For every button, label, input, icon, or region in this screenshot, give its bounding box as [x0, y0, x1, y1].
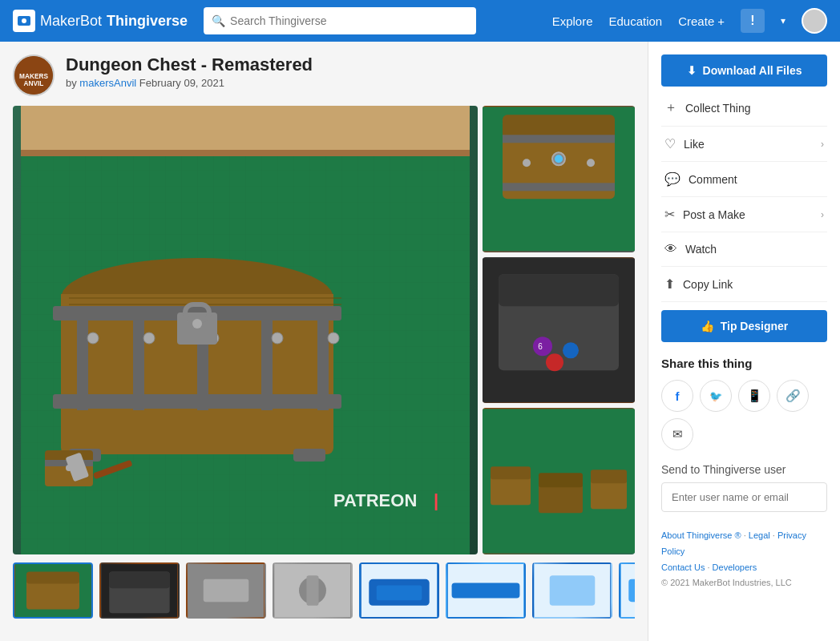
collect-thing-action[interactable]: ＋ Collect Thing: [661, 90, 827, 127]
svg-rect-67: [109, 571, 169, 588]
watch-action[interactable]: 👁 Watch: [661, 232, 827, 267]
svg-rect-64: [26, 571, 79, 583]
send-input[interactable]: [661, 482, 827, 512]
avatar[interactable]: [802, 8, 827, 34]
like-arrow-icon: ›: [821, 139, 824, 150]
svg-point-46: [587, 159, 595, 167]
notification-button[interactable]: !: [741, 9, 765, 33]
email-icon: ✉: [672, 427, 683, 441]
post-make-arrow-icon: ›: [821, 209, 824, 220]
comment-action[interactable]: 💬 Comment: [661, 162, 827, 197]
logo: MakerBot Thingiverse: [13, 10, 188, 32]
create-label: Create: [678, 14, 714, 28]
tip-icon: 👍: [701, 320, 714, 333]
svg-rect-8: [21, 150, 470, 156]
bottom-thumb-2[interactable]: [99, 562, 180, 619]
svg-point-28: [192, 319, 202, 329]
svg-text:PATREON: PATREON: [333, 490, 417, 510]
svg-point-22: [143, 333, 155, 344]
svg-rect-42: [503, 135, 615, 143]
main-layout: MAKERS ANVIL Dungeon Chest - Remastered …: [0, 42, 840, 641]
svg-rect-81: [628, 579, 635, 602]
svg-point-45: [523, 159, 531, 167]
author-link[interactable]: makersAnvil: [79, 77, 136, 89]
svg-rect-16: [77, 306, 88, 410]
thumb-1[interactable]: [483, 106, 635, 252]
watch-label: Watch: [685, 243, 717, 256]
bottom-thumb-6[interactable]: [446, 562, 526, 619]
left-content: MAKERS ANVIL Dungeon Chest - Remastered …: [0, 42, 648, 641]
makerbot-logo-icon: [13, 10, 35, 32]
dropdown-arrow-icon[interactable]: ▾: [781, 15, 785, 26]
header: MakerBot Thingiverse 🔍 Explore Education…: [0, 0, 840, 42]
email-share-button[interactable]: ✉: [661, 418, 693, 450]
twitter-share-button[interactable]: 🐦: [700, 380, 732, 412]
copy-link-action[interactable]: ⬆ Copy Link: [661, 267, 827, 302]
sidebar: ⬇ Download All Files ＋ Collect Thing ♡ L…: [648, 42, 840, 641]
svg-point-51: [533, 337, 552, 356]
heart-icon: ♡: [664, 136, 676, 151]
copyright: © 2021 MakerBot Industries, LLC: [661, 575, 827, 591]
svg-rect-72: [306, 575, 318, 606]
svg-rect-75: [377, 585, 422, 600]
share-section: Share this thing f 🐦 📱 🔗 ✉: [661, 357, 827, 450]
svg-rect-43: [503, 183, 615, 191]
like-action[interactable]: ♡ Like ›: [661, 127, 827, 162]
title-section: MAKERS ANVIL Dungeon Chest - Remastered …: [13, 54, 635, 96]
main-image-placeholder: PATREON |: [13, 106, 478, 554]
bottom-thumb-4[interactable]: [273, 562, 353, 619]
creator-avatar-inner: MAKERS ANVIL: [14, 56, 53, 95]
svg-rect-61: [591, 470, 627, 484]
thumbnail-strip: 6: [483, 106, 635, 554]
search-icon: 🔍: [212, 14, 225, 27]
thumb-3[interactable]: [483, 408, 635, 554]
legal-link[interactable]: Legal: [749, 530, 770, 540]
download-all-files-button[interactable]: ⬇ Download All Files: [661, 54, 827, 87]
search-bar[interactable]: 🔍: [204, 7, 476, 34]
title-text: Dungeon Chest - Remastered by makersAnvi…: [66, 54, 313, 89]
nav-create[interactable]: Create +: [678, 14, 725, 28]
svg-point-53: [546, 353, 563, 371]
svg-rect-17: [133, 306, 144, 410]
comment-icon: 💬: [664, 171, 680, 187]
tip-label: Tip Designer: [721, 320, 789, 333]
main-image[interactable]: PATREON |: [13, 106, 478, 554]
create-plus-icon: +: [717, 14, 725, 28]
svg-point-52: [563, 342, 579, 358]
svg-rect-79: [550, 575, 596, 606]
link-share-button[interactable]: 🔗: [777, 380, 809, 412]
bottom-thumb-5[interactable]: [359, 562, 439, 619]
copy-link-icon: ⬆: [664, 276, 675, 292]
svg-point-21: [87, 333, 99, 344]
contact-link[interactable]: Contact Us: [661, 562, 705, 572]
logo-makerbot: MakerBot: [40, 13, 102, 30]
svg-point-24: [272, 333, 283, 344]
svg-text:|: |: [434, 490, 438, 510]
svg-rect-19: [261, 306, 273, 410]
bottom-thumb-3[interactable]: [186, 562, 266, 619]
nav-explore[interactable]: Explore: [552, 14, 593, 28]
collect-label: Collect Thing: [685, 102, 750, 115]
share-icons: f 🐦 📱 🔗 ✉: [661, 380, 827, 450]
bottom-thumb-7[interactable]: [532, 562, 612, 619]
developers-link[interactable]: Developers: [713, 562, 757, 572]
tip-designer-button[interactable]: 👍 Tip Designer: [661, 310, 827, 342]
about-link[interactable]: About Thingiverse ®: [661, 530, 741, 540]
twitter-icon: 🐦: [709, 390, 722, 402]
post-make-action[interactable]: ✂ Post a Make ›: [661, 197, 827, 232]
nav-links: Explore Education Create + ! ▾: [552, 8, 827, 34]
nav-education[interactable]: Education: [608, 14, 662, 28]
search-input[interactable]: [230, 14, 468, 27]
main-image-svg: PATREON |: [21, 106, 470, 554]
svg-rect-77: [452, 583, 520, 599]
facebook-share-button[interactable]: f: [661, 380, 693, 412]
whatsapp-share-button[interactable]: 📱: [738, 380, 770, 412]
svg-rect-20: [317, 306, 329, 410]
bottom-thumb-8[interactable]: [619, 562, 635, 619]
collect-icon: ＋: [664, 99, 677, 116]
svg-rect-69: [204, 579, 249, 602]
image-area: PATREON |: [13, 106, 635, 554]
thumb-2[interactable]: 6: [483, 257, 635, 404]
bottom-thumb-1[interactable]: [13, 562, 93, 619]
svg-point-25: [328, 333, 339, 344]
